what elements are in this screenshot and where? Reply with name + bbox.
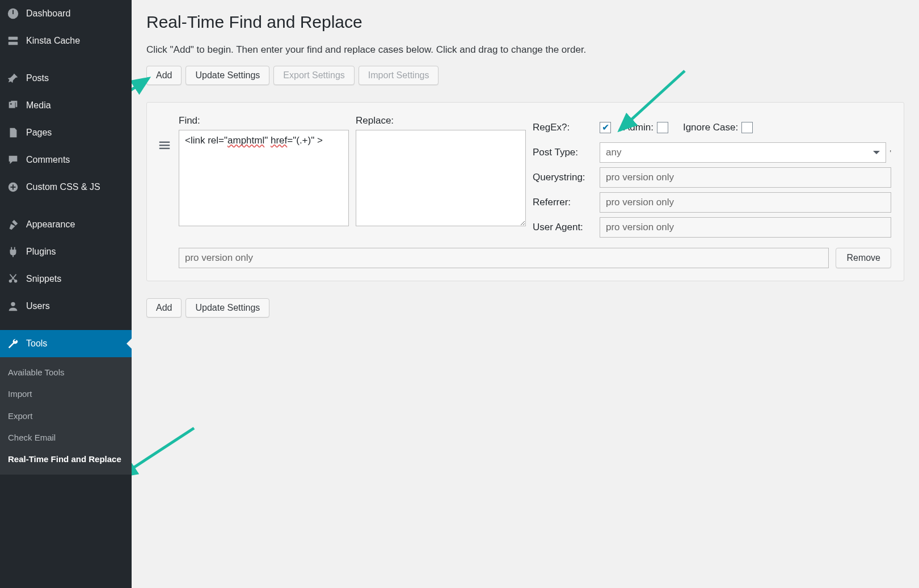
svg-rect-5 xyxy=(159,148,170,149)
sidebar-item-label: Pages xyxy=(26,128,52,138)
submenu-item-export[interactable]: Export xyxy=(0,405,132,427)
replace-textarea[interactable] xyxy=(356,130,526,226)
kinsta-icon xyxy=(7,35,19,47)
appearance-icon xyxy=(7,218,19,231)
pin-icon xyxy=(7,72,19,84)
regex-checkbox[interactable] xyxy=(600,122,611,133)
svg-rect-4 xyxy=(159,145,170,146)
add-button-bottom[interactable]: Add xyxy=(146,298,182,318)
sidebar-item-comments[interactable]: Comments xyxy=(0,146,132,174)
rule-card: Find: <link rel="amphtml" href="(.+)" > … xyxy=(146,102,904,281)
page-title: Real-Time Find and Replace xyxy=(146,6,904,35)
remove-button[interactable]: Remove xyxy=(836,248,891,268)
toolbar-top: Add Update Settings Export Settings Impo… xyxy=(146,66,904,85)
plugins-icon xyxy=(7,246,19,258)
users-icon xyxy=(7,300,19,312)
querystring-input[interactable]: pro version only xyxy=(600,167,891,188)
submenu-item-import[interactable]: Import xyxy=(0,383,132,405)
submenu-item-real-time-find-and-replace[interactable]: Real-Time Find and Replace xyxy=(0,449,132,470)
sidebar-item-label: Tools xyxy=(26,339,47,349)
sidebar-item-kinsta-cache[interactable]: Kinsta Cache xyxy=(0,27,132,54)
pages-icon xyxy=(7,126,19,139)
toolbar-bottom: Add Update Settings xyxy=(146,298,904,318)
replace-label: Replace: xyxy=(356,115,526,126)
annotation-arrow xyxy=(132,425,200,484)
drag-handle-icon[interactable] xyxy=(157,115,172,151)
user-agent-label: User Agent: xyxy=(533,222,600,233)
notes-input[interactable]: pro version only xyxy=(179,248,829,268)
admin-label: Admin: xyxy=(623,122,654,133)
content-area: Real-Time Find and Replace Click "Add" t… xyxy=(132,0,919,588)
post-type-label: Post Type: xyxy=(533,147,600,158)
find-textarea[interactable]: <link rel="amphtml" href="(.+)" > xyxy=(179,130,349,226)
sidebar-item-snippets[interactable]: Snippets xyxy=(0,265,132,293)
media-icon xyxy=(7,99,19,112)
sidebar-item-label: Users xyxy=(26,301,50,311)
dashboard-icon xyxy=(7,7,19,20)
sidebar-item-custom-css-js[interactable]: Custom CSS & JS xyxy=(0,174,132,201)
sidebar-item-appearance[interactable]: Appearance xyxy=(0,211,132,238)
sidebar-item-media[interactable]: Media xyxy=(0,92,132,119)
comments-icon xyxy=(7,154,19,166)
admin-checkbox[interactable] xyxy=(657,122,668,133)
sidebar-item-plugins[interactable]: Plugins xyxy=(0,238,132,265)
regex-label: RegEx?: xyxy=(533,122,600,133)
querystring-label: Querystring: xyxy=(533,172,600,183)
sidebar-item-label: Custom CSS & JS xyxy=(26,182,100,192)
post-type-select[interactable]: any xyxy=(600,142,886,163)
css-icon xyxy=(7,181,19,193)
ignore-case-label: Ignore Case: xyxy=(683,122,738,133)
find-label: Find: xyxy=(179,115,349,126)
update-settings-button-bottom[interactable]: Update Settings xyxy=(186,298,269,318)
sidebar-item-posts[interactable]: Posts xyxy=(0,65,132,92)
sidebar-item-label: Snippets xyxy=(26,274,61,284)
sidebar-item-label: Appearance xyxy=(26,219,75,230)
export-settings-button[interactable]: Export Settings xyxy=(273,66,355,85)
svg-rect-3 xyxy=(159,142,170,143)
sidebar-item-dashboard[interactable]: Dashboard xyxy=(0,0,132,27)
admin-sidebar: DashboardKinsta CachePostsMediaPagesComm… xyxy=(0,0,132,588)
submenu-item-check-email[interactable]: Check Email xyxy=(0,427,132,449)
sidebar-item-label: Comments xyxy=(26,155,70,165)
referrer-label: Referrer: xyxy=(533,197,600,208)
sidebar-item-label: Kinsta Cache xyxy=(26,36,80,46)
svg-line-2 xyxy=(132,428,194,476)
sidebar-item-tools[interactable]: Tools xyxy=(0,330,132,357)
sidebar-item-label: Plugins xyxy=(26,247,56,257)
snippets-icon xyxy=(7,273,19,285)
import-settings-button[interactable]: Import Settings xyxy=(359,66,439,85)
sidebar-item-pages[interactable]: Pages xyxy=(0,119,132,146)
user-agent-input[interactable]: pro version only xyxy=(600,217,891,238)
referrer-input[interactable]: pro version only xyxy=(600,192,891,213)
sidebar-item-label: Media xyxy=(26,100,51,111)
update-settings-button[interactable]: Update Settings xyxy=(186,66,269,85)
add-button[interactable]: Add xyxy=(146,66,182,85)
sidebar-item-label: Posts xyxy=(26,73,49,83)
sidebar-item-users[interactable]: Users xyxy=(0,293,132,320)
submenu-item-available-tools[interactable]: Available Tools xyxy=(0,362,132,383)
sidebar-item-label: Dashboard xyxy=(26,9,70,19)
ignore-case-checkbox[interactable] xyxy=(741,122,753,133)
tools-icon xyxy=(7,337,19,350)
page-description: Click "Add" to begin. Then enter your fi… xyxy=(146,35,904,66)
